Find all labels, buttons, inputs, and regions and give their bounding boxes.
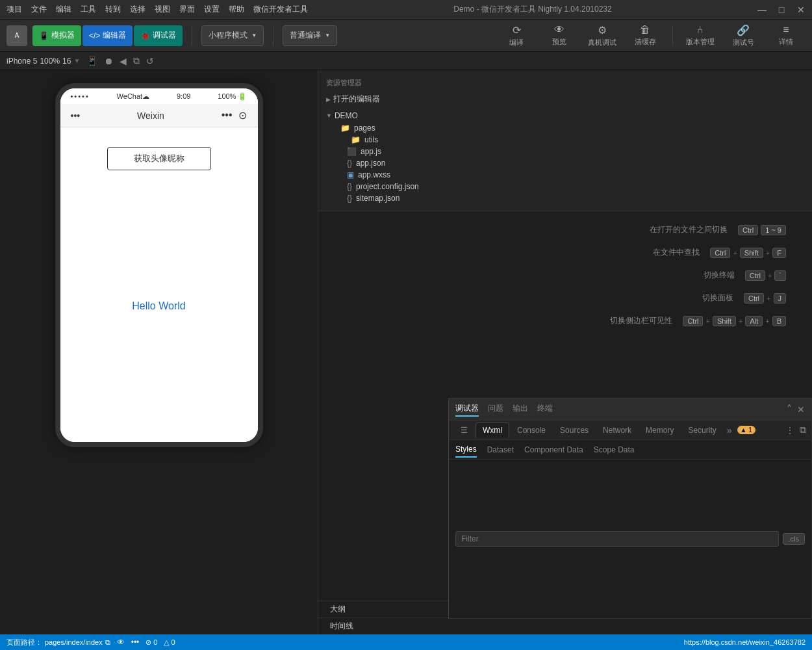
menu-item-help[interactable]: 帮助	[229, 4, 244, 15]
dt-tab-sources[interactable]: Sources	[553, 423, 595, 437]
dt-tab-memory[interactable]: Memory	[639, 423, 680, 437]
it-tab-dataset[interactable]: Dataset	[487, 443, 514, 457]
menu-item-goto[interactable]: 转到	[105, 4, 121, 15]
key-j-3: J	[774, 293, 787, 304]
detail-button[interactable]: ≡ 详情	[767, 25, 806, 46]
dt-tab-console[interactable]: Console	[511, 423, 552, 437]
mode-dropdown[interactable]: 小程序模式 ▼	[201, 25, 264, 46]
separator-1	[192, 26, 192, 46]
project-config-icon: {}	[347, 182, 352, 191]
version-button[interactable]: ⑃ 版本管理	[681, 25, 720, 46]
titlebar-controls[interactable]: — □ ✕	[757, 5, 806, 14]
dt-warning-badge: ▲ 1	[737, 426, 755, 434]
shortcut-row-3: 切换面板 Ctrl + J	[344, 292, 786, 304]
dt-tab-network[interactable]: Network	[596, 423, 638, 437]
real-device-icon: ⚙	[598, 24, 607, 36]
phone-icon[interactable]: 📱	[86, 56, 97, 66]
test-button[interactable]: 🔗 测试号	[724, 25, 763, 46]
back-icon[interactable]: ◀	[120, 56, 127, 66]
cls-badge[interactable]: .cls	[783, 533, 806, 545]
shortcut-keys-1: Ctrl + Shift + F	[710, 248, 786, 258]
debug-tab-issues[interactable]: 问题	[488, 402, 503, 417]
path-copy-icon[interactable]: ⧉	[105, 638, 110, 647]
maximize-button[interactable]: □	[777, 5, 786, 14]
key-shift-4: Shift	[713, 316, 736, 326]
app-js-file[interactable]: ⬛ app.js	[318, 146, 812, 157]
warnings-count: △ 0	[164, 638, 175, 647]
phone-signal: •••••	[71, 92, 90, 100]
it-tab-component-data[interactable]: Component Data	[524, 443, 583, 457]
debug-tab-output[interactable]: 输出	[513, 402, 528, 417]
menu-item-interface[interactable]: 界面	[179, 4, 195, 15]
editor-button[interactable]: </> 编辑器	[82, 25, 133, 46]
pages-folder[interactable]: 📁 pages	[318, 122, 812, 134]
dt-dock-icon[interactable]: ⧉	[800, 424, 806, 436]
menu-item-tools[interactable]: 工具	[81, 4, 96, 15]
phone-status-bar: ••••• WeChat☁ 9:09 100% 🔋	[60, 88, 258, 104]
dt-selector-icon[interactable]: ☰	[454, 423, 474, 437]
close-debug-button[interactable]: ✕	[797, 404, 805, 415]
project-config-file[interactable]: {} project.config.json	[318, 181, 812, 192]
eye-button[interactable]: 👁	[117, 638, 125, 647]
test-icon: 🔗	[737, 24, 750, 36]
separator-3	[672, 25, 673, 45]
preview-icon: 👁	[554, 24, 565, 36]
collapse-debug-button[interactable]: ˄	[787, 403, 792, 415]
debug-tab-debugger[interactable]: 调试器	[455, 402, 479, 417]
key-shift-1: Shift	[740, 248, 763, 258]
dt-tab-security[interactable]: Security	[681, 423, 722, 437]
sitemap-file[interactable]: {} sitemap.json	[318, 192, 812, 204]
menu-item-file[interactable]: 文件	[31, 4, 47, 15]
minimize-button[interactable]: —	[757, 5, 767, 14]
menu-item-project[interactable]: 项目	[6, 4, 22, 15]
font-size: 16	[62, 57, 71, 66]
copy-icon[interactable]: ⧉	[133, 55, 140, 66]
separator-2	[273, 26, 273, 46]
record-icon[interactable]: ⏺	[104, 56, 113, 66]
debug-tabs: 调试器 问题 输出 终端	[455, 402, 553, 417]
phone-home-icon[interactable]: ⊙	[238, 109, 247, 122]
shortcut-row-0: 在打开的文件之间切换 Ctrl 1 ~ 9	[344, 224, 786, 235]
menu-item-select[interactable]: 选择	[130, 4, 146, 15]
demo-header[interactable]: DEMO	[318, 109, 812, 122]
phone-get-avatar-button[interactable]: 获取头像昵称	[107, 147, 211, 170]
filter-input[interactable]	[455, 531, 779, 547]
rotate-icon[interactable]: ↺	[146, 56, 154, 66]
inspector-content: .cls	[449, 460, 811, 618]
titlebar-title: Demo - 微信开发者工具 Nightly 1.04.2010232	[453, 4, 611, 15]
preview-button[interactable]: 👁 预览	[540, 25, 579, 46]
open-editors-header[interactable]: 打开的编辑器	[318, 92, 812, 107]
open-editors-section: 打开的编辑器	[318, 90, 812, 108]
menu-item-edit[interactable]: 编辑	[56, 4, 71, 15]
dt-more-button[interactable]: »	[727, 425, 732, 436]
view-mode-group: 📱 模拟器 </> 编辑器 🐞 调试器	[32, 25, 183, 46]
dt-settings-icon[interactable]: ⋮	[785, 425, 794, 436]
menu-item-view[interactable]: 视图	[155, 4, 170, 15]
demo-section: DEMO 📁 pages 📁 utils ⬛ app.js {}	[318, 108, 812, 205]
app-wxss-file[interactable]: ▣ app.wxss	[318, 169, 812, 181]
timeline-header[interactable]: 时间线	[326, 621, 804, 632]
compile-button[interactable]: ⟳ 编译	[497, 25, 536, 46]
it-tab-scope-data[interactable]: Scope Data	[594, 443, 635, 457]
app-json-file[interactable]: {} app.json	[318, 157, 812, 169]
phone-nav-title: Weixin	[137, 110, 164, 121]
phone-content: 获取头像昵称 Hello World	[60, 127, 258, 442]
real-device-button[interactable]: ⚙ 真机调试	[583, 25, 622, 46]
it-tab-styles[interactable]: Styles	[455, 442, 477, 458]
simulator-button[interactable]: 📱 模拟器	[32, 25, 81, 46]
debug-tab-terminal[interactable]: 终端	[537, 402, 553, 417]
outline-label: 大纲	[330, 604, 346, 615]
titlebar-menu[interactable]: 项目 文件 编辑 工具 转到 选择 视图 界面 设置 帮助 微信开发者工具	[6, 4, 308, 15]
menu-item-wechat-devtools[interactable]: 微信开发者工具	[253, 4, 308, 15]
phone-more-icon[interactable]: •••	[222, 109, 233, 122]
compile-dropdown[interactable]: 普通编译 ▼	[283, 25, 337, 46]
debug-header-right: ˄ ✕	[787, 403, 805, 415]
dt-tab-wxml[interactable]: Wxml	[476, 422, 509, 437]
menu-item-settings[interactable]: 设置	[204, 4, 220, 15]
clear-cache-button[interactable]: 🗑 清缓存	[626, 25, 665, 46]
more-button[interactable]: •••	[131, 638, 140, 647]
avatar: A	[6, 25, 27, 46]
utils-folder[interactable]: 📁 utils	[318, 134, 812, 146]
debugger-button[interactable]: 🐞 调试器	[134, 25, 183, 46]
close-button[interactable]: ✕	[796, 5, 806, 14]
